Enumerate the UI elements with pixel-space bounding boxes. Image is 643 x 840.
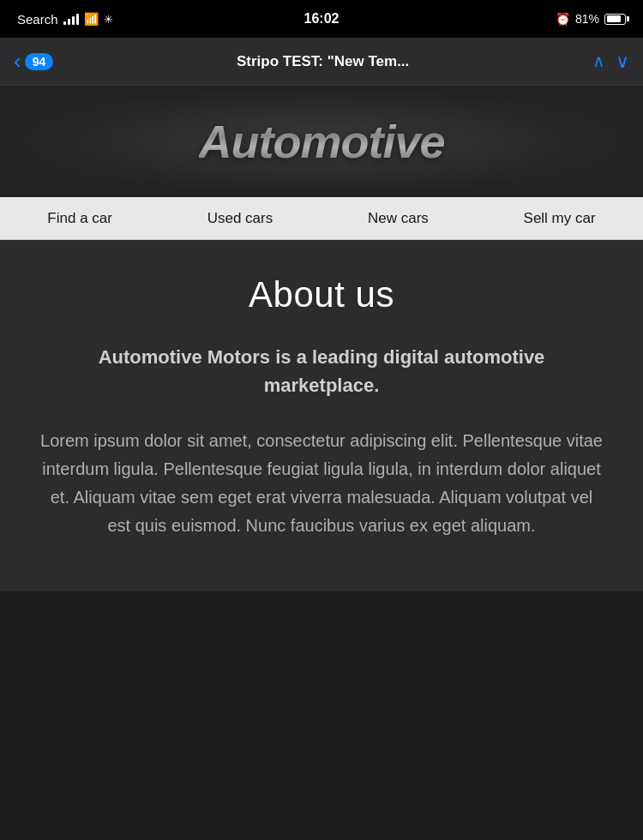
battery-icon bbox=[604, 14, 626, 25]
wifi-icon: 📶 bbox=[84, 12, 99, 26]
status-time: 16:02 bbox=[304, 11, 340, 27]
status-bar: Search 📶 ✳ 16:02 ⏰ 81% bbox=[0, 0, 643, 38]
main-content: About us Automotive Motors is a leading … bbox=[0, 240, 643, 591]
battery-percent: 81% bbox=[575, 12, 599, 26]
nav-arrows: ∧ ∨ bbox=[592, 51, 629, 73]
tagline: Automotive Motors is a leading digital a… bbox=[34, 343, 609, 399]
browser-title: Stripo TEST: "New Tem... bbox=[63, 53, 582, 70]
browser-bar: ‹ 94 Stripo TEST: "New Tem... ∧ ∨ bbox=[0, 38, 643, 86]
nav-menu: Find a car Used cars New cars Sell my ca… bbox=[0, 197, 643, 240]
carrier-label: Search bbox=[17, 12, 58, 27]
brand-logo: Automotive bbox=[199, 115, 445, 168]
nav-item-find-a-car[interactable]: Find a car bbox=[40, 200, 119, 237]
nav-item-sell-my-car[interactable]: Sell my car bbox=[517, 200, 603, 237]
signal-bars bbox=[63, 13, 79, 25]
about-title: About us bbox=[34, 274, 609, 315]
signal-bar-3 bbox=[72, 16, 75, 25]
tab-count-badge[interactable]: 94 bbox=[25, 53, 54, 70]
back-button[interactable]: ‹ 94 bbox=[14, 48, 53, 75]
back-chevron: ‹ bbox=[14, 48, 21, 75]
signal-bar-1 bbox=[63, 21, 66, 25]
battery-fill bbox=[607, 15, 621, 22]
scroll-up-button[interactable]: ∧ bbox=[592, 51, 605, 73]
nav-item-used-cars[interactable]: Used cars bbox=[201, 200, 280, 237]
hero-section: Automotive bbox=[0, 86, 643, 197]
status-right: ⏰ 81% bbox=[556, 12, 626, 26]
signal-bar-2 bbox=[68, 19, 70, 25]
body-text: Lorem ipsum dolor sit amet, consectetur … bbox=[34, 427, 609, 540]
alarm-icon: ⏰ bbox=[556, 12, 570, 26]
scroll-down-button[interactable]: ∨ bbox=[616, 51, 629, 73]
loading-icon: ✳ bbox=[104, 13, 113, 26]
status-left: Search 📶 ✳ bbox=[17, 12, 113, 27]
nav-item-new-cars[interactable]: New cars bbox=[361, 200, 436, 237]
signal-bar-4 bbox=[76, 14, 79, 25]
